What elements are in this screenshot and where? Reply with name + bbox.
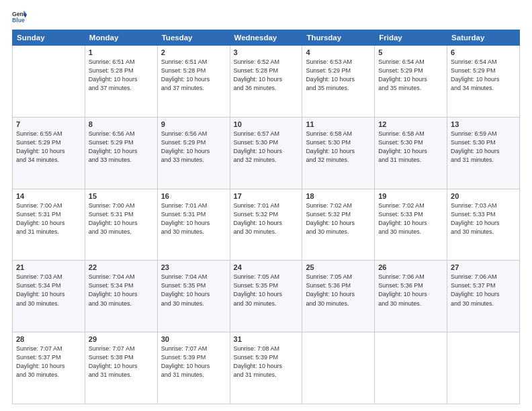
calendar-cell: 10Sunrise: 6:57 AMSunset: 5:30 PMDayligh…: [230, 117, 302, 189]
day-info-line: Daylight: 10 hours: [378, 219, 443, 228]
day-info-line: Sunset: 5:30 PM: [234, 138, 299, 147]
day-info: Sunrise: 6:56 AMSunset: 5:29 PMDaylight:…: [89, 130, 154, 165]
day-number: 19: [378, 192, 443, 200]
calendar-cell: 21Sunrise: 7:03 AMSunset: 5:34 PMDayligh…: [13, 261, 85, 332]
day-info: Sunrise: 7:08 AMSunset: 5:39 PMDaylight:…: [234, 345, 299, 379]
day-info-line: Sunrise: 7:06 AM: [378, 273, 443, 281]
day-number: 12: [378, 120, 443, 128]
page: General Blue SundayMondayTuesdayWednesda…: [0, 0, 532, 411]
calendar-week-row: 21Sunrise: 7:03 AMSunset: 5:34 PMDayligh…: [13, 261, 520, 332]
calendar-cell: 24Sunrise: 7:05 AMSunset: 5:35 PMDayligh…: [230, 261, 302, 332]
day-info-line: Sunset: 5:37 PM: [451, 281, 516, 290]
day-info-line: and 35 minutes.: [378, 84, 443, 93]
day-info-line: and 30 minutes.: [89, 228, 154, 236]
day-number: 2: [161, 48, 226, 56]
column-header-monday: Monday: [85, 30, 157, 46]
day-info-line: Sunrise: 6:58 AM: [306, 130, 371, 138]
calendar-cell: 6Sunrise: 6:54 AMSunset: 5:29 PMDaylight…: [447, 46, 520, 118]
day-info: Sunrise: 7:02 AMSunset: 5:32 PMDaylight:…: [306, 201, 371, 236]
calendar-cell: 20Sunrise: 7:03 AMSunset: 5:33 PMDayligh…: [447, 189, 520, 261]
calendar-cell: 18Sunrise: 7:02 AMSunset: 5:32 PMDayligh…: [302, 189, 375, 261]
day-info-line: Sunrise: 7:04 AM: [89, 273, 154, 281]
day-info-line: Daylight: 10 hours: [378, 75, 443, 84]
day-info-line: Sunrise: 7:06 AM: [451, 273, 516, 281]
calendar-cell: 11Sunrise: 6:58 AMSunset: 5:30 PMDayligh…: [302, 117, 375, 189]
day-info-line: Sunrise: 6:57 AM: [234, 130, 299, 138]
day-info: Sunrise: 6:52 AMSunset: 5:28 PMDaylight:…: [234, 58, 299, 93]
day-info-line: Sunset: 5:39 PM: [234, 353, 299, 362]
day-info-line: Sunset: 5:32 PM: [234, 210, 299, 219]
day-info: Sunrise: 6:58 AMSunset: 5:30 PMDaylight:…: [378, 130, 443, 165]
day-info: Sunrise: 6:54 AMSunset: 5:29 PMDaylight:…: [451, 58, 516, 93]
day-number: 31: [234, 335, 299, 343]
day-info: Sunrise: 7:07 AMSunset: 5:38 PMDaylight:…: [89, 345, 154, 379]
column-header-thursday: Thursday: [302, 30, 375, 46]
day-info: Sunrise: 7:05 AMSunset: 5:35 PMDaylight:…: [234, 273, 299, 308]
day-info-line: and 30 minutes.: [451, 228, 516, 236]
day-number: 18: [306, 192, 371, 200]
day-number: 1: [89, 48, 154, 56]
day-info-line: and 30 minutes.: [161, 228, 226, 236]
day-number: 3: [234, 48, 299, 56]
day-info-line: Sunset: 5:36 PM: [306, 281, 371, 290]
calendar-cell: 12Sunrise: 6:58 AMSunset: 5:30 PMDayligh…: [375, 117, 447, 189]
day-info-line: Daylight: 10 hours: [89, 147, 154, 156]
day-info: Sunrise: 6:53 AMSunset: 5:29 PMDaylight:…: [306, 58, 371, 93]
day-number: 20: [451, 192, 516, 200]
day-info-line: and 30 minutes.: [306, 300, 371, 308]
day-info: Sunrise: 7:07 AMSunset: 5:39 PMDaylight:…: [161, 345, 226, 379]
day-info-line: Daylight: 10 hours: [451, 75, 516, 84]
day-info-line: Sunset: 5:29 PM: [16, 138, 81, 147]
day-number: 11: [306, 120, 371, 128]
day-info-line: and 31 minutes.: [89, 371, 154, 379]
day-info-line: Sunrise: 7:02 AM: [378, 201, 443, 210]
day-info-line: Sunset: 5:36 PM: [378, 281, 443, 290]
calendar-cell: 25Sunrise: 7:05 AMSunset: 5:36 PMDayligh…: [302, 261, 375, 332]
day-info-line: Sunrise: 6:56 AM: [89, 130, 154, 138]
day-info-line: Sunrise: 7:05 AM: [234, 273, 299, 281]
day-info-line: Sunset: 5:34 PM: [16, 281, 81, 290]
day-info-line: and 31 minutes.: [161, 371, 226, 379]
day-info-line: Sunrise: 7:01 AM: [161, 201, 226, 210]
day-number: 14: [16, 192, 81, 200]
calendar-cell: 29Sunrise: 7:07 AMSunset: 5:38 PMDayligh…: [85, 332, 157, 404]
day-info-line: Daylight: 10 hours: [451, 147, 516, 156]
day-info-line: Daylight: 10 hours: [378, 147, 443, 156]
day-info-line: Daylight: 10 hours: [306, 75, 371, 84]
day-info-line: and 30 minutes.: [234, 300, 299, 308]
calendar-week-row: 14Sunrise: 7:00 AMSunset: 5:31 PMDayligh…: [13, 189, 520, 261]
day-info: Sunrise: 7:04 AMSunset: 5:35 PMDaylight:…: [161, 273, 226, 308]
day-info-line: and 32 minutes.: [306, 156, 371, 165]
calendar-cell: 9Sunrise: 6:56 AMSunset: 5:29 PMDaylight…: [157, 117, 230, 189]
day-info-line: Daylight: 10 hours: [89, 362, 154, 371]
day-info: Sunrise: 6:51 AMSunset: 5:28 PMDaylight:…: [161, 58, 226, 93]
day-info-line: Sunset: 5:33 PM: [378, 210, 443, 219]
day-info-line: Sunrise: 6:55 AM: [16, 130, 81, 138]
day-info-line: and 34 minutes.: [16, 156, 81, 165]
day-info: Sunrise: 6:58 AMSunset: 5:30 PMDaylight:…: [306, 130, 371, 165]
day-info: Sunrise: 6:55 AMSunset: 5:29 PMDaylight:…: [16, 130, 81, 165]
day-info-line: Sunset: 5:29 PM: [378, 66, 443, 75]
generalblue-logo-icon: General Blue: [12, 9, 27, 24]
day-info-line: and 30 minutes.: [161, 300, 226, 308]
day-info-line: Daylight: 10 hours: [451, 290, 516, 299]
header: General Blue: [12, 9, 520, 24]
day-info-line: Daylight: 10 hours: [306, 147, 371, 156]
day-number: 27: [451, 263, 516, 271]
calendar-cell: [13, 46, 85, 118]
day-info-line: Sunset: 5:32 PM: [306, 210, 371, 219]
day-info-line: Daylight: 10 hours: [234, 219, 299, 228]
calendar-cell: 27Sunrise: 7:06 AMSunset: 5:37 PMDayligh…: [447, 261, 520, 332]
day-info: Sunrise: 7:01 AMSunset: 5:32 PMDaylight:…: [234, 201, 299, 236]
calendar-cell: 26Sunrise: 7:06 AMSunset: 5:36 PMDayligh…: [375, 261, 447, 332]
day-info: Sunrise: 6:56 AMSunset: 5:29 PMDaylight:…: [161, 130, 226, 165]
day-info-line: Sunset: 5:39 PM: [161, 353, 226, 362]
day-number: 24: [234, 263, 299, 271]
calendar-cell: 3Sunrise: 6:52 AMSunset: 5:28 PMDaylight…: [230, 46, 302, 118]
day-info-line: Sunset: 5:31 PM: [89, 210, 154, 219]
day-info-line: and 37 minutes.: [89, 84, 154, 93]
day-number: 4: [306, 48, 371, 56]
day-info-line: Sunset: 5:31 PM: [161, 210, 226, 219]
day-info-line: Sunset: 5:37 PM: [16, 353, 81, 362]
day-info-line: Sunrise: 7:07 AM: [161, 345, 226, 353]
